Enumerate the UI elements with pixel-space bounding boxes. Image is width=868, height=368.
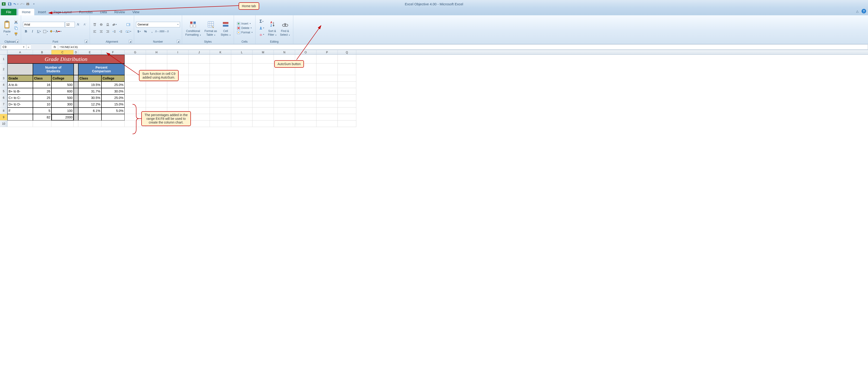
row-header[interactable]: 8 <box>0 108 7 114</box>
percent-format-icon[interactable]: % <box>143 29 149 34</box>
row-header[interactable]: 1 <box>0 55 7 63</box>
cell-class-num[interactable]: 26 <box>33 88 52 95</box>
accounting-format-icon[interactable]: $▾ <box>136 29 142 34</box>
cell-class-pct[interactable]: 31.7% <box>78 88 101 95</box>
tab-review[interactable]: Review <box>111 9 129 15</box>
cell-grade[interactable]: A to A- <box>7 82 33 88</box>
formula-input[interactable] <box>58 44 868 50</box>
format-cells-button[interactable]: Format▾ <box>236 30 253 34</box>
cell-styles-button[interactable]: Cell Styles ▾ <box>219 19 232 37</box>
dialog-launcher-clipboard[interactable]: ◢ <box>16 40 19 43</box>
col-header[interactable]: P <box>316 50 338 55</box>
cell-class-num[interactable]: 25 <box>33 95 52 101</box>
col-header[interactable]: L <box>231 50 252 55</box>
bold-icon[interactable]: B <box>23 29 29 34</box>
cell[interactable] <box>7 63 33 75</box>
col-header[interactable]: E <box>78 50 101 55</box>
number-format-select[interactable]: General▾ <box>136 22 180 27</box>
align-center-icon[interactable] <box>98 29 104 34</box>
fill-color-icon[interactable]: ▾ <box>49 29 55 34</box>
cell-college-num[interactable]: 500 <box>52 95 74 101</box>
col-header[interactable]: G <box>125 50 146 55</box>
merge-center-icon[interactable]: a▾ <box>125 29 132 34</box>
tab-insert[interactable]: Insert <box>34 9 50 15</box>
subheader-college[interactable]: College <box>52 75 74 82</box>
comma-format-icon[interactable]: , <box>149 29 155 34</box>
total-class[interactable]: 82 <box>33 114 52 121</box>
subheader-class[interactable]: Class <box>33 75 52 82</box>
col-header[interactable]: M <box>252 50 274 55</box>
decrease-font-icon[interactable]: Aˇ <box>82 22 88 27</box>
insert-cells-button[interactable]: Insert▾ <box>236 22 253 26</box>
cell-college-num[interactable]: 300 <box>52 101 74 108</box>
row-header[interactable]: 6 <box>0 95 7 101</box>
font-color-icon[interactable]: A▾ <box>55 29 61 34</box>
cell-grade[interactable]: D+ to D- <box>7 101 33 108</box>
align-middle-icon[interactable] <box>98 22 104 27</box>
col-header[interactable]: J <box>189 50 210 55</box>
row-header[interactable]: 9 <box>0 114 7 121</box>
subheader-grade[interactable]: Grade <box>7 75 33 82</box>
tab-home[interactable]: Home <box>18 9 34 15</box>
cell-grade[interactable]: B+ to B- <box>7 88 33 95</box>
cell-college-num[interactable]: 500 <box>52 82 74 88</box>
delete-cells-button[interactable]: Delete▾ <box>236 26 253 30</box>
cell-college-pct[interactable]: 25.0% <box>101 95 125 101</box>
dialog-launcher-font[interactable]: ◢ <box>85 40 88 43</box>
row-header[interactable]: 5 <box>0 88 7 95</box>
autosum-button[interactable]: Σ▾ <box>257 19 266 24</box>
col-header[interactable]: N <box>274 50 295 55</box>
row-header[interactable]: 7 <box>0 101 7 108</box>
table-title[interactable]: Grade Distribution <box>7 55 125 63</box>
cell-class-pct[interactable]: 19.5% <box>78 82 101 88</box>
decrease-indent-icon[interactable] <box>111 29 117 34</box>
total-college-selected[interactable]: 2000 <box>52 114 74 121</box>
row-header[interactable]: 4 <box>0 82 7 88</box>
cell-college-pct[interactable]: 25.0% <box>101 82 125 88</box>
border-icon[interactable]: ▾ <box>42 29 49 34</box>
wrap-text-icon[interactable] <box>125 22 132 27</box>
cell-college-pct[interactable]: 15.0% <box>101 101 125 108</box>
dialog-launcher-number[interactable]: ◢ <box>177 40 180 43</box>
help-icon[interactable]: ? <box>862 9 866 13</box>
qat-customize-icon[interactable]: ▾ <box>31 1 37 7</box>
italic-icon[interactable]: I <box>29 29 35 34</box>
col-header[interactable]: H <box>146 50 167 55</box>
cell-grade[interactable]: C+ to C- <box>7 95 33 101</box>
paste-button[interactable]: Paste ▾ <box>2 20 12 36</box>
tab-file[interactable]: File <box>1 9 17 15</box>
sort-filter-button[interactable]: AZ Sort & Filter ▾ <box>267 19 278 37</box>
col-header[interactable]: O <box>295 50 316 55</box>
header-percent[interactable]: PercentComparison <box>78 63 125 75</box>
excel-app-icon[interactable]: X <box>1 1 6 7</box>
cell-college-pct[interactable]: 30.0% <box>101 88 125 95</box>
align-left-icon[interactable] <box>92 29 98 34</box>
conditional-formatting-button[interactable]: Conditional Formatting ▾ <box>184 19 202 37</box>
increase-font-icon[interactable]: Aˆ <box>75 22 81 27</box>
col-header[interactable]: D <box>74 50 78 55</box>
tab-formulas[interactable]: Formulas <box>75 9 96 15</box>
select-all-corner[interactable] <box>0 50 7 55</box>
cell-class-num[interactable]: 10 <box>33 101 52 108</box>
tab-page-layout[interactable]: Page Layout <box>50 9 75 15</box>
col-header[interactable]: Q <box>338 50 356 55</box>
find-select-button[interactable]: Find & Select ▾ <box>279 19 291 37</box>
tab-data[interactable]: Data <box>96 9 111 15</box>
name-box[interactable]: C9 ▼ <box>1 44 26 50</box>
col-header[interactable]: C <box>52 50 74 55</box>
cell[interactable] <box>125 55 146 63</box>
align-top-icon[interactable] <box>92 22 98 27</box>
underline-icon[interactable]: U▾ <box>36 29 42 34</box>
format-as-table-button[interactable]: Format as Table ▾ <box>203 19 218 37</box>
col-header[interactable]: F <box>101 50 125 55</box>
print-icon[interactable] <box>25 1 31 7</box>
header-students[interactable]: Number ofStudents <box>33 63 74 75</box>
cell-college-num[interactable]: 100 <box>52 108 74 114</box>
align-bottom-icon[interactable] <box>105 22 111 27</box>
font-size-select[interactable] <box>65 22 75 27</box>
col-header[interactable]: B <box>33 50 52 55</box>
insert-function-button[interactable]: fx <box>52 44 58 50</box>
cell-class-num[interactable]: 5 <box>33 108 52 114</box>
save-icon[interactable] <box>7 1 12 7</box>
minimize-ribbon-icon[interactable]: △ <box>855 9 860 13</box>
